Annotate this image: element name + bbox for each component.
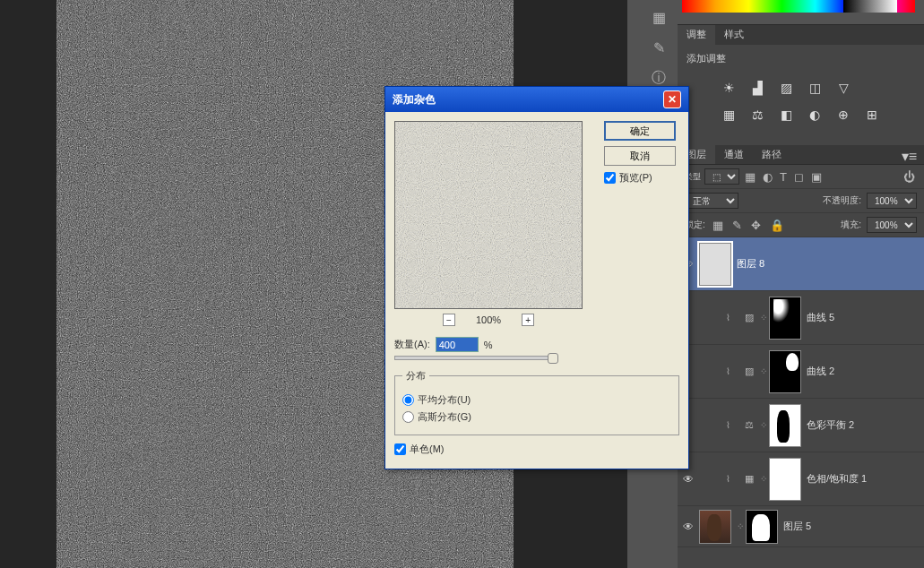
close-button[interactable]: ✕ [663, 90, 681, 108]
lock-pixel-icon[interactable]: ✎ [730, 219, 744, 232]
lock-trans-icon[interactable]: ▦ [711, 219, 725, 232]
layer-thumb[interactable] [699, 243, 731, 286]
monochrome-checkbox[interactable] [394, 443, 406, 455]
layer-mask-thumb[interactable] [769, 297, 801, 340]
amount-slider[interactable] [394, 356, 556, 360]
brush-icon[interactable]: ✎ [645, 34, 672, 61]
layer-mask-thumb[interactable] [769, 404, 801, 447]
layer-name[interactable]: 色相/饱和度 1 [807, 472, 867, 486]
gaussian-radio[interactable] [402, 411, 414, 423]
zoom-level: 100% [476, 314, 501, 325]
curves-icon[interactable]: ▨ [778, 80, 794, 96]
lock-all-icon[interactable]: 🔒 [768, 219, 786, 232]
amount-unit: % [484, 340, 493, 350]
channel-mixer-icon[interactable]: ⊕ [835, 107, 851, 123]
ok-button[interactable]: 确定 [604, 121, 676, 141]
bw-icon[interactable]: ◧ [778, 107, 794, 123]
svg-rect-1 [700, 244, 730, 285]
blend-mode-select[interactable]: 正常 [685, 193, 738, 209]
layer-name[interactable]: 曲线 5 [807, 311, 834, 324]
vibrance-icon[interactable]: ▽ [835, 80, 851, 96]
layer-item[interactable]: 👁 ⁘ 图层 5 [678, 506, 924, 547]
layer-name[interactable]: 色彩平衡 2 [807, 418, 854, 432]
opacity-value[interactable]: 100% [867, 193, 917, 209]
visibility-toggle[interactable]: 👁 [683, 521, 699, 533]
layer-mask-thumb[interactable] [746, 510, 778, 544]
mask-link-icon: ⁘ [760, 474, 769, 484]
levels-icon[interactable]: ▟ [749, 80, 765, 96]
color-balance-icon[interactable]: ⚖ [749, 107, 765, 123]
monochrome-label: 单色(M) [410, 443, 445, 456]
layer-name[interactable]: 图层 8 [737, 257, 764, 271]
distribution-legend: 分布 [402, 369, 429, 383]
curves-adjust-icon[interactable]: ▨ [740, 311, 758, 325]
preview-checkbox-label[interactable]: 预览(P) [604, 171, 678, 185]
filter-pixel-icon[interactable]: ▦ [743, 170, 757, 184]
brightness-contrast-icon[interactable]: ☀ [721, 80, 737, 96]
layer-item[interactable]: ⌇ ⚖ ⁘ 色彩平衡 2 [678, 399, 924, 452]
zoom-in-button[interactable]: + [522, 314, 534, 326]
zoom-out-button[interactable]: − [443, 314, 455, 326]
hue-sat-icon[interactable]: ▦ [721, 107, 737, 123]
photo-filter-icon[interactable]: ◐ [807, 107, 823, 123]
tab-paths[interactable]: 路径 [753, 145, 790, 164]
layer-name[interactable]: 曲线 2 [807, 365, 834, 378]
preview-checkbox[interactable] [604, 172, 616, 184]
uniform-radio[interactable] [402, 394, 414, 406]
filter-adjust-icon[interactable]: ◐ [761, 170, 774, 184]
mask-link-icon: ⁘ [760, 313, 769, 323]
curves-adjust-icon[interactable]: ▨ [740, 365, 758, 379]
layer-filter-kind[interactable]: ⬚ [704, 168, 739, 185]
fill-value[interactable]: 100% [867, 217, 917, 233]
layer-mask-thumb[interactable] [769, 350, 801, 393]
cancel-button[interactable]: 取消 [604, 146, 676, 166]
filter-shape-icon[interactable]: ◻ [792, 170, 806, 184]
amount-input[interactable] [436, 337, 479, 352]
layer-item[interactable]: ⌇ ▨ ⁘ 曲线 5 [678, 291, 924, 345]
filter-smart-icon[interactable]: ▣ [809, 170, 824, 184]
tab-channels[interactable]: 通道 [715, 145, 753, 164]
gaussian-label: 高斯分布(G) [418, 410, 471, 424]
opacity-label: 不透明度: [823, 194, 861, 207]
dialog-title-text: 添加杂色 [393, 92, 436, 108]
hue-sat-adjust-icon[interactable]: ▦ [740, 472, 758, 486]
mask-link-icon: ⁘ [737, 521, 746, 531]
link-icon: ⌇ [726, 420, 738, 430]
link-icon: ⌇ [726, 313, 738, 323]
lock-pos-icon[interactable]: ✥ [749, 219, 763, 232]
slider-knob[interactable] [548, 353, 558, 364]
mask-link-icon: ⁘ [760, 420, 769, 430]
uniform-label: 平均分布(U) [418, 393, 471, 407]
dialog-titlebar[interactable]: 添加杂色 ✕ [385, 87, 688, 112]
exposure-icon[interactable]: ◫ [807, 80, 823, 96]
visibility-toggle[interactable]: 👁 [683, 473, 699, 486]
link-icon: ⌇ [726, 366, 738, 376]
amount-label: 数量(A): [394, 338, 430, 351]
color-lookup-icon[interactable]: ⊞ [864, 107, 880, 123]
color-spectrum[interactable] [682, 0, 915, 13]
tab-styles[interactable]: 样式 [715, 25, 753, 45]
filter-type-icon[interactable]: T [778, 170, 789, 184]
panel-menu-icon[interactable]: ▾≡ [894, 145, 924, 164]
layer-item[interactable]: ⌇ ▨ ⁘ 曲线 2 [678, 345, 924, 399]
layer-mask-thumb[interactable] [769, 458, 801, 501]
layer-item[interactable]: 👁 图层 8 [678, 237, 924, 291]
add-adjustment-label: 添加调整 [678, 45, 924, 73]
layer-thumb[interactable] [699, 510, 731, 544]
mask-link-icon: ⁘ [760, 366, 769, 376]
add-noise-dialog: 添加杂色 ✕ 确定 取消 预览(P) − 100% + 数量(A): % 分布 [384, 86, 689, 469]
layer-name[interactable]: 图层 5 [783, 520, 811, 533]
tab-adjustments[interactable]: 调整 [678, 25, 715, 45]
filter-toggle-icon[interactable]: ⏻ [902, 170, 917, 184]
fill-label: 填充: [841, 219, 861, 231]
link-icon: ⌇ [726, 474, 738, 484]
swatches-icon[interactable]: ▦ [645, 4, 672, 30]
color-balance-adjust-icon[interactable]: ⚖ [740, 418, 758, 433]
preview-image[interactable] [394, 121, 583, 309]
svg-rect-2 [395, 122, 582, 308]
layer-item[interactable]: 👁 ⌇ ▦ ⁘ 色相/饱和度 1 [678, 452, 924, 506]
